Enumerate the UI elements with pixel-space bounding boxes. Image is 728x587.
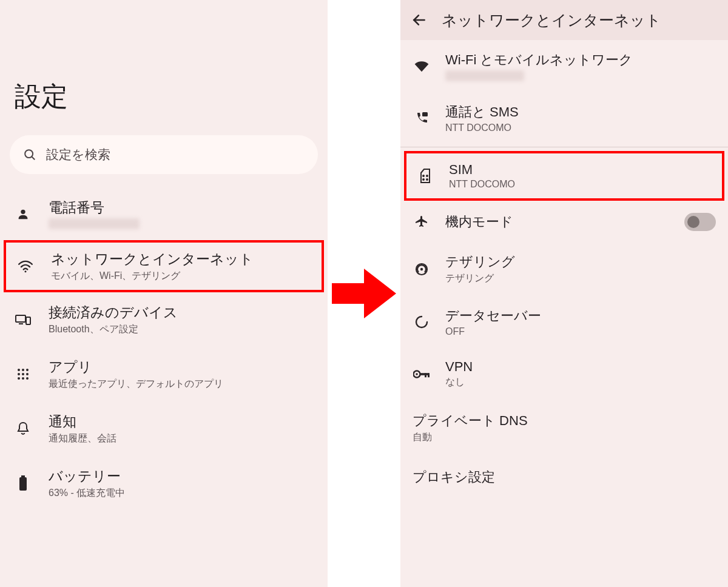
item-sublabel: テザリング xyxy=(445,272,716,285)
wifi-icon xyxy=(413,59,431,73)
network-item-vpn[interactable]: VPN なし xyxy=(400,348,728,400)
svg-rect-17 xyxy=(19,477,27,491)
item-label: VPN xyxy=(445,359,716,375)
search-icon xyxy=(23,148,36,161)
app-bar: ネットワークとインターネット xyxy=(400,0,728,40)
redacted-value xyxy=(445,70,524,81)
item-label: プライベート DNS xyxy=(413,412,716,430)
item-label: テザリング xyxy=(445,253,716,271)
svg-rect-20 xyxy=(422,112,428,116)
network-item-sim[interactable]: SIM NTT DOCOMO xyxy=(406,153,722,198)
item-sublabel: NTT DOCOMO xyxy=(445,122,716,133)
item-label: アプリ xyxy=(49,358,223,377)
network-item-private-dns[interactable]: プライベート DNS 自動 xyxy=(400,400,728,456)
item-label: ネットワークとインターネット xyxy=(51,250,254,269)
svg-point-25 xyxy=(420,267,423,270)
network-item-wifi[interactable]: Wi-Fi とモバイルネットワーク xyxy=(400,40,728,92)
search-bar[interactable]: 設定を検索 xyxy=(10,135,318,174)
apps-grid-icon xyxy=(13,368,33,380)
svg-point-29 xyxy=(416,373,418,375)
svg-point-13 xyxy=(18,377,20,380)
redacted-value xyxy=(49,218,140,229)
svg-marker-18 xyxy=(332,269,396,318)
svg-point-0 xyxy=(25,150,33,158)
svg-point-12 xyxy=(26,373,29,375)
svg-rect-4 xyxy=(16,315,25,322)
item-sublabel: Bluetooth、ペア設定 xyxy=(49,323,178,336)
item-label: 電話番号 xyxy=(49,198,140,217)
item-label: 機内モード xyxy=(445,213,670,231)
svg-point-24 xyxy=(426,179,428,180)
item-label: データセーバー xyxy=(445,307,716,325)
svg-rect-16 xyxy=(21,475,25,477)
svg-point-10 xyxy=(18,373,20,375)
settings-item-connected-devices[interactable]: 接続済みのデバイス Bluetooth、ペア設定 xyxy=(0,292,328,347)
back-icon[interactable] xyxy=(411,12,427,28)
settings-item-apps[interactable]: アプリ 最近使ったアプリ、デフォルトのアプリ xyxy=(0,347,328,401)
svg-point-22 xyxy=(426,175,428,176)
item-sublabel: 通知履歴、会話 xyxy=(49,432,116,445)
item-label: 接続済みのデバイス xyxy=(49,303,178,322)
settings-item-notifications[interactable]: 通知 通知履歴、会話 xyxy=(0,401,328,456)
item-label: 通知 xyxy=(49,412,116,431)
item-sublabel: モバイル、Wi-Fi、テザリング xyxy=(51,270,254,283)
svg-rect-6 xyxy=(26,317,30,324)
vpn-key-icon xyxy=(413,369,431,379)
network-item-data-saver[interactable]: データセーバー OFF xyxy=(400,296,728,348)
svg-line-1 xyxy=(32,157,35,160)
svg-point-15 xyxy=(26,377,29,380)
item-sublabel: 最近使ったアプリ、デフォルトのアプリ xyxy=(49,378,223,391)
search-placeholder: 設定を検索 xyxy=(46,146,110,163)
svg-rect-30 xyxy=(420,373,429,375)
item-label: 通話と SMS xyxy=(445,103,716,121)
network-item-calls-sms[interactable]: 通話と SMS NTT DOCOMO xyxy=(400,92,728,144)
arrow-right-icon xyxy=(331,260,397,327)
item-label: バッテリー xyxy=(49,467,125,486)
network-item-airplane[interactable]: 機内モード xyxy=(400,202,728,242)
item-label: SIM xyxy=(449,162,712,178)
svg-point-14 xyxy=(22,377,24,380)
airplane-icon xyxy=(413,215,431,229)
svg-point-8 xyxy=(22,369,24,371)
phone-sms-icon xyxy=(413,111,431,126)
item-sublabel: 自動 xyxy=(413,431,716,444)
item-sublabel: OFF xyxy=(445,326,716,337)
svg-point-3 xyxy=(24,270,26,272)
network-item-proxy[interactable]: プロキシ設定 xyxy=(400,456,728,498)
divider xyxy=(400,147,728,147)
svg-point-11 xyxy=(22,373,24,375)
svg-point-21 xyxy=(423,175,424,176)
hotspot-icon xyxy=(413,262,431,277)
person-icon xyxy=(13,207,33,221)
network-item-tethering[interactable]: テザリング テザリング xyxy=(400,242,728,296)
wifi-icon xyxy=(16,260,35,273)
svg-point-7 xyxy=(18,369,20,371)
settings-item-phone-number[interactable]: 電話番号 xyxy=(0,187,328,240)
page-title: 設定 xyxy=(15,79,313,115)
svg-point-2 xyxy=(21,209,25,213)
svg-rect-32 xyxy=(428,373,430,377)
bell-icon xyxy=(13,421,33,436)
item-sublabel: なし xyxy=(445,376,716,389)
svg-point-23 xyxy=(423,179,424,180)
battery-icon xyxy=(13,475,33,491)
settings-item-network[interactable]: ネットワークとインターネット モバイル、Wi-Fi、テザリング xyxy=(4,240,324,292)
item-sublabel: NTT DOCOMO xyxy=(449,179,712,190)
svg-rect-31 xyxy=(425,373,426,377)
data-saver-icon xyxy=(413,315,431,329)
item-label: プロキシ設定 xyxy=(413,468,716,486)
sim-icon xyxy=(416,168,434,184)
settings-item-battery[interactable]: バッテリー 63% - 低速充電中 xyxy=(0,456,328,511)
item-label: Wi-Fi とモバイルネットワーク xyxy=(445,51,716,69)
screen-title: ネットワークとインターネット xyxy=(442,10,661,30)
svg-point-9 xyxy=(26,369,29,371)
item-sublabel: 63% - 低速充電中 xyxy=(49,487,125,500)
airplane-toggle[interactable] xyxy=(684,213,716,231)
devices-icon xyxy=(13,314,33,326)
